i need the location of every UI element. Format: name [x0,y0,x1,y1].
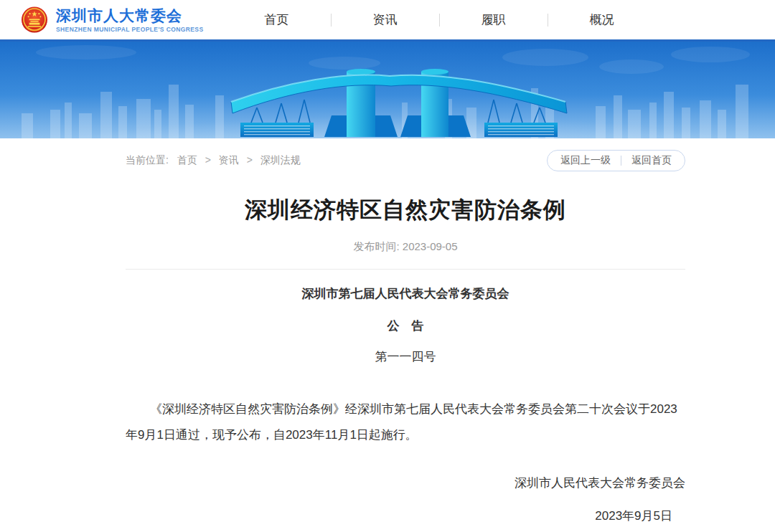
publish-date: 发布时间: 2023-09-05 [126,240,685,254]
main-nav: 首页 资讯 履职 概况 [223,0,656,39]
breadcrumb-link-regulations[interactable]: 深圳法规 [260,154,301,166]
site-header: 深圳市人大常委会 SHENZHEN MUNICIPAL PEOPLE'S CON… [0,0,775,42]
article-body: 深圳市第七届人民代表大会常务委员会 公 告 第一一四号 《深圳经济特区自然灾害防… [126,285,685,524]
banner [0,42,775,138]
breadcrumb-separator: > [205,154,211,166]
issuing-organization: 深圳市第七届人民代表大会常务委员会 [126,285,685,302]
breadcrumb-label: 当前位置: [126,154,169,166]
announcement-paragraph: 《深圳经济特区自然灾害防治条例》经深圳市第七届人民代表大会常务委员会第二十次会议… [126,396,685,448]
pill-divider [621,156,621,166]
signature-organization: 深圳市人民代表大会常务委员会 [126,475,685,491]
article-title: 深圳经济特区自然灾害防治条例 [126,195,685,225]
nav-item-duty[interactable]: 履职 [440,0,548,39]
breadcrumb-link-news[interactable]: 资讯 [219,154,239,166]
back-home-button[interactable]: 返回首页 [631,154,672,167]
announcement-number: 第一一四号 [126,348,685,365]
nav-item-overview[interactable]: 概况 [548,0,656,39]
back-buttons: 返回上一级 返回首页 [547,150,685,171]
main-content: 当前位置: 首页 > 资讯 > 深圳法规 返回上一级 返回首页 深圳经济特区自然… [126,150,685,524]
back-parent-button[interactable]: 返回上一级 [560,154,611,167]
signature-date: 2023年9月5日 [126,508,685,524]
national-emblem-icon [20,6,49,34]
breadcrumb: 当前位置: 首页 > 资讯 > 深圳法规 [126,154,301,167]
site-title: 深圳市人大常委会 [56,7,204,24]
breadcrumb-separator: > [247,154,253,166]
nav-item-news[interactable]: 资讯 [332,0,439,39]
banner-illustration [0,42,775,138]
nav-item-home[interactable]: 首页 [223,0,331,39]
title-divider [126,269,685,270]
announcement-heading: 公 告 [126,318,685,334]
site-subtitle: SHENZHEN MUNICIPAL PEOPLE'S CONGRESS [56,26,204,33]
breadcrumb-link-home[interactable]: 首页 [177,154,197,166]
site-logo[interactable]: 深圳市人大常委会 SHENZHEN MUNICIPAL PEOPLE'S CON… [20,6,204,34]
